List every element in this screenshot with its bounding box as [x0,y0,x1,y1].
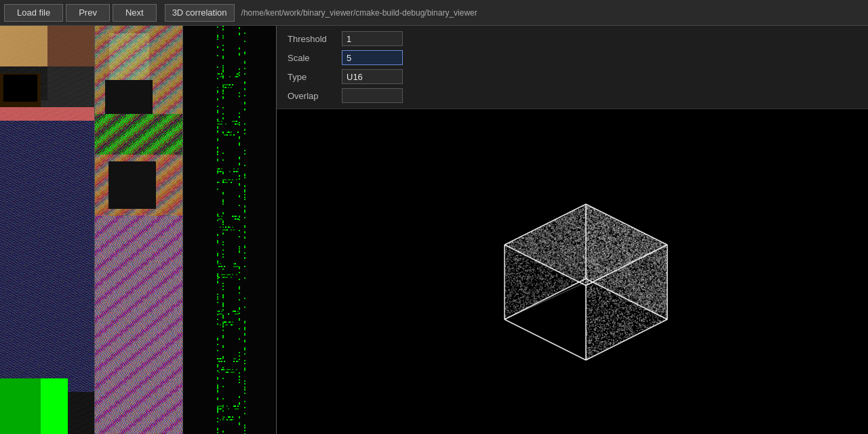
topbar: Load file Prev Next 3D correlation /home… [0,0,868,26]
panel1 [0,26,95,434]
type-row: Type [288,69,857,84]
main-area: Threshold Scale Type Overlap [0,26,868,434]
type-label: Type [288,72,342,82]
scale-row: Scale [288,50,857,65]
threshold-label: Threshold [288,34,342,44]
panel2 [95,26,183,434]
scale-input[interactable] [342,50,403,65]
overlap-row: Overlap [288,88,857,103]
type-input[interactable] [342,69,403,84]
left-panels [0,26,277,434]
scale-label: Scale [288,53,342,63]
load-file-button[interactable]: Load file [4,4,63,22]
filepath-text: /home/kent/work/binary_viewer/cmake-buil… [241,8,477,18]
3d-view [277,109,868,434]
prev-button[interactable]: Prev [66,4,110,22]
controls-panel: Threshold Scale Type Overlap [277,26,868,109]
next-button[interactable]: Next [113,4,157,22]
threshold-input[interactable] [342,31,403,46]
mode-label: 3D correlation [165,4,235,22]
threshold-row: Threshold [288,31,857,46]
overlap-label: Overlap [288,91,342,101]
right-side: Threshold Scale Type Overlap [277,26,868,434]
overlap-input[interactable] [342,88,403,103]
panel3 [183,26,277,434]
